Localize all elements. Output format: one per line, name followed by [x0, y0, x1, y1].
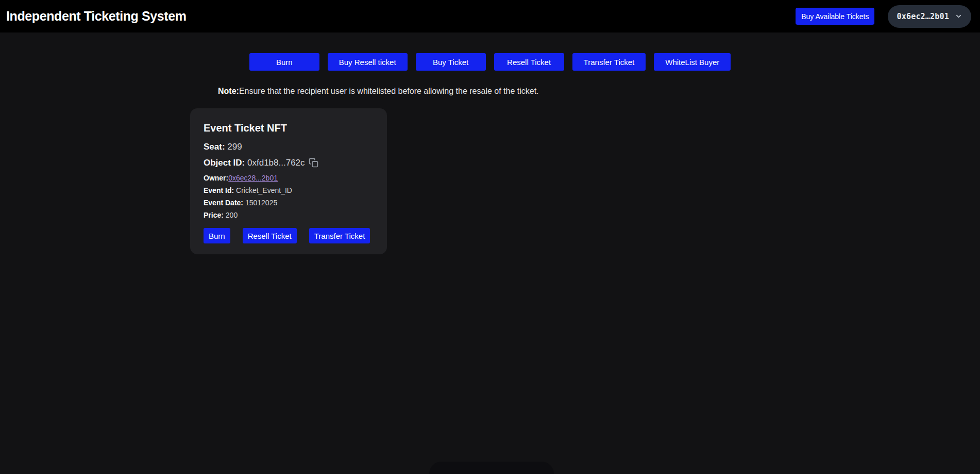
ticket-card-title: Event Ticket NFT [204, 122, 374, 134]
event-date-value: 15012025 [245, 199, 277, 207]
event-id-value: Cricket_Event_ID [236, 186, 292, 194]
event-id-field: Event Id: Cricket_Event_ID [204, 186, 374, 194]
seat-field: Seat: 299 [204, 142, 374, 152]
page-title: Independent Ticketing System [6, 9, 187, 24]
note-label: Note: [218, 87, 239, 95]
ticket-card-actions: Burn Resell Ticket Transfer Ticket [204, 228, 374, 243]
wallet-address: 0x6ec2…2b01 [897, 12, 949, 21]
note-text: Ensure that the recipient user is whitel… [239, 87, 539, 95]
wallet-account-menu[interactable]: 0x6ec2…2b01 [888, 5, 971, 28]
card-resell-ticket-button[interactable]: Resell Ticket [243, 228, 297, 243]
card-burn-button[interactable]: Burn [204, 228, 230, 243]
owner-field: Owner:0x6ec28...2b01 [204, 174, 374, 182]
owner-address-link[interactable]: 0x6ec28...2b01 [228, 174, 278, 182]
seat-label: Seat: [204, 142, 225, 152]
buy-resell-ticket-tab-button[interactable]: Buy Resell ticket [328, 53, 408, 71]
chevron-down-icon [955, 12, 962, 20]
whitelist-note: Note:Ensure that the recipient user is w… [218, 87, 980, 96]
event-id-label: Event Id: [204, 186, 234, 194]
owner-label: Owner: [204, 174, 228, 182]
event-date-field: Event Date: 15012025 [204, 199, 374, 207]
card-transfer-ticket-button[interactable]: Transfer Ticket [309, 228, 370, 243]
buy-available-tickets-button[interactable]: Buy Available Tickets [796, 8, 874, 25]
buy-ticket-tab-button[interactable]: Buy Ticket [416, 53, 486, 71]
object-id-field: Object ID: 0xfd1b8...762c [204, 158, 374, 168]
whitelist-buyer-tab-button[interactable]: WhiteList Buyer [654, 53, 731, 71]
ticket-card: Event Ticket NFT Seat: 299 Object ID: 0x… [190, 108, 387, 254]
app-header: Independent Ticketing System Buy Availab… [0, 0, 980, 32]
seat-value: 299 [227, 142, 242, 152]
object-id-label: Object ID: [204, 158, 245, 168]
header-actions: Buy Available Tickets 0x6ec2…2b01 [796, 5, 971, 28]
copy-icon [309, 161, 318, 169]
price-field: Price: 200 [204, 211, 374, 219]
burn-tab-button[interactable]: Burn [249, 53, 319, 71]
copy-object-id-button[interactable] [309, 158, 318, 168]
resell-ticket-tab-button[interactable]: Resell Ticket [494, 53, 564, 71]
event-date-label: Event Date: [204, 199, 243, 207]
bottom-overlay-peek [429, 462, 554, 474]
transfer-ticket-tab-button[interactable]: Transfer Ticket [572, 53, 646, 71]
price-label: Price: [204, 211, 224, 219]
price-value: 200 [226, 211, 238, 219]
object-id-value: 0xfd1b8...762c [247, 158, 305, 168]
action-button-row: Burn Buy Resell ticket Buy Ticket Resell… [0, 53, 980, 71]
